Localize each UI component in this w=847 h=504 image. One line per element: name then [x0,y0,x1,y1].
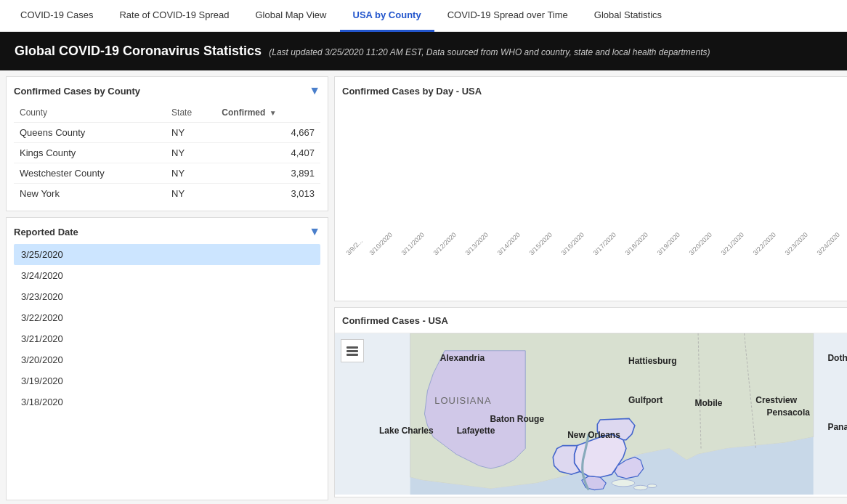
bar-column[interactable]: 3/23/2020 [788,245,817,256]
cell-confirmed: 4,407 [216,143,320,163]
table-header: Confirmed Cases by County ▼ [14,84,320,97]
right-panel: Confirmed Cases by Day - USA ▼ 3/9/2...3… [334,70,847,503]
svg-point-10 [647,484,657,488]
nav-item-spread[interactable]: Rate of COVID-19 Spread [106,0,242,32]
left-panel: Confirmed Cases by County ▼ County State… [0,70,334,503]
cell-county: Westchester County [14,163,166,184]
bar-label: 3/24/2020 [816,231,841,256]
bar-label: 3/18/2020 [624,231,649,256]
cell-state: NY [166,143,216,163]
bar-label: 3/15/2020 [527,231,553,256]
layer-toggle-button[interactable] [341,339,364,362]
table-row[interactable]: Queens County NY 4,667 [14,123,320,143]
bar-column[interactable]: 3/9/2... [349,245,370,256]
cell-state: NY [166,163,216,184]
bar-column[interactable]: 3/10/2020 [373,245,402,256]
bar-column[interactable]: 3/24/2020 [820,245,847,256]
bar-column[interactable]: 3/11/2020 [405,245,434,256]
table-row[interactable]: Westchester County NY 3,891 [14,163,320,184]
nav-item-spread-time[interactable]: COVID-19 Spread over Time [434,0,581,32]
table-section: Confirmed Cases by County ▼ County State… [6,76,328,211]
bar-label: 3/23/2020 [784,231,809,256]
bar-column[interactable]: 3/21/2020 [724,245,753,256]
cell-county: Kings County [14,143,166,163]
bar-label: 3/10/2020 [368,231,393,256]
svg-marker-5 [597,419,635,440]
map-header: Confirmed Cases - USA ▼ [335,308,847,333]
bar-column[interactable]: 3/22/2020 [756,245,785,256]
nav-item-global-stats[interactable]: Global Statistics [581,0,675,32]
date-item[interactable]: 3/24/2020 [14,265,320,286]
map-title: Confirmed Cases - USA [342,315,448,326]
bar-column[interactable]: 3/17/2020 [596,245,625,256]
table-filter-icon[interactable]: ▼ [309,84,320,97]
bars-wrapper: 3/9/2...3/10/20203/11/20203/12/20203/13/… [349,110,847,256]
svg-point-9 [633,486,647,490]
chart-header: Confirmed Cases by Day - USA ▼ [342,84,847,97]
nav-bar: COVID-19 Cases Rate of COVID-19 Spread G… [0,0,847,32]
cell-county: New York [14,184,166,204]
bar-column[interactable]: 3/13/2020 [469,245,498,256]
banner: Global COVID-19 Coronavirus Statistics (… [0,32,847,70]
bar-label: 3/14/2020 [495,231,521,256]
bar-label: 3/12/2020 [431,231,457,256]
date-item[interactable]: 3/19/2020 [14,370,320,391]
date-section: Reported Date ▼ 3/25/20203/24/20203/23/2… [6,217,328,500]
bar-column[interactable]: 3/18/2020 [628,245,657,256]
layers-icon [345,344,360,358]
bar-label: 3/20/2020 [688,231,713,256]
date-item[interactable]: 3/18/2020 [14,391,320,412]
date-header: Reported Date ▼ [14,225,320,238]
date-item[interactable]: 3/20/2020 [14,349,320,370]
date-item[interactable]: 3/25/2020 [14,244,320,265]
date-list: 3/25/20203/24/20203/23/20203/22/20203/21… [14,244,320,412]
nav-item-usa-county[interactable]: USA by County [340,0,434,32]
date-item[interactable]: 3/21/2020 [14,328,320,349]
bar-column[interactable]: 3/14/2020 [500,245,530,256]
cell-confirmed: 3,013 [216,184,320,204]
svg-rect-13 [346,346,358,349]
bar-column[interactable]: 3/12/2020 [437,245,466,256]
bar-label: 3/21/2020 [720,231,745,256]
table-title: Confirmed Cases by County [14,86,140,97]
bar-column[interactable]: 3/15/2020 [532,245,562,256]
chart-section: Confirmed Cases by Day - USA ▼ 3/9/2...3… [334,76,847,301]
banner-title: Global COVID-19 Coronavirus Statistics [15,44,262,58]
bar-label: 3/19/2020 [656,231,681,256]
banner-subtitle: (Last updated 3/25/2020 11:20 AM EST, Da… [269,47,710,57]
bar-label: 3/22/2020 [752,231,777,256]
map-body: LOUISIANAAlexandriaBaton RougeLake Charl… [335,333,847,495]
main-content: Confirmed Cases by County ▼ County State… [0,70,847,503]
bar-label: 3/9/2... [345,237,365,257]
date-item[interactable]: 3/23/2020 [14,286,320,307]
nav-item-covid-cases[interactable]: COVID-19 Cases [7,0,106,32]
col-county: County [14,103,166,123]
bar-label: 3/13/2020 [463,231,489,256]
bar-column[interactable]: 3/19/2020 [660,245,689,256]
chart-title: Confirmed Cases by Day - USA [342,86,482,97]
chart-container: 3/9/2...3/10/20203/11/20203/12/20203/13/… [342,103,847,277]
col-state: State [166,103,216,123]
svg-rect-15 [346,354,358,356]
svg-point-8 [612,480,635,487]
date-title: Reported Date [14,227,78,237]
nav-item-global-map[interactable]: Global Map View [242,0,339,32]
map-svg [335,333,847,495]
col-confirmed[interactable]: Confirmed ▼ [216,103,320,123]
table-row[interactable]: New York NY 3,013 [14,184,320,204]
date-filter-icon[interactable]: ▼ [309,225,320,238]
cell-state: NY [166,123,216,143]
cell-confirmed: 4,667 [216,123,320,143]
bar-label: 3/17/2020 [591,231,617,256]
table-row[interactable]: Kings County NY 4,407 [14,143,320,163]
bar-label: 3/16/2020 [559,231,585,256]
county-table: County State Confirmed ▼ Queens County N… [14,103,320,203]
svg-rect-14 [346,350,358,352]
cell-state: NY [166,184,216,204]
date-item[interactable]: 3/22/2020 [14,307,320,328]
map-section: Confirmed Cases - USA ▼ [334,307,847,497]
bar-column[interactable]: 3/20/2020 [692,245,721,256]
bar-column[interactable]: 3/16/2020 [564,245,593,256]
sort-icon: ▼ [270,109,277,117]
cell-county: Queens County [14,123,166,143]
